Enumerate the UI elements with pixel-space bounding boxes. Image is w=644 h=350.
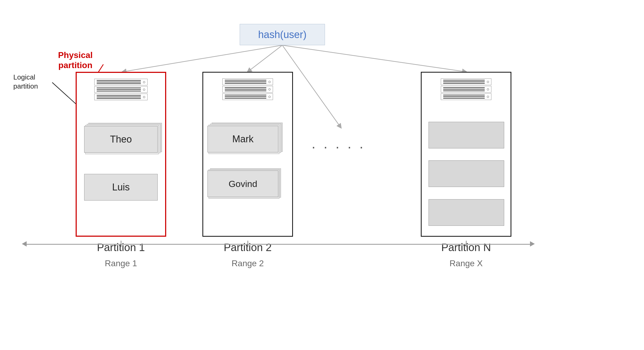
hash-node: hash(user)	[240, 24, 325, 45]
range2-label: Range 2	[202, 259, 293, 268]
server-icon-p2	[222, 78, 273, 100]
theo-label: Theo	[110, 134, 132, 145]
empty-box-3	[429, 199, 504, 226]
govind-label: Govind	[229, 179, 257, 189]
axis-tick-3	[466, 241, 467, 247]
doc-stack-theo: Theo	[84, 123, 159, 155]
svg-line-3	[282, 45, 466, 72]
server-icon-p1	[94, 79, 148, 100]
axis-line	[27, 244, 530, 245]
mark-label: Mark	[232, 134, 254, 145]
partition2-box: Mark Govind	[202, 72, 293, 237]
partition1-box: Theo Luis	[76, 72, 166, 237]
axis-arrow-left	[22, 241, 27, 247]
luis-box: Luis	[84, 174, 158, 201]
luis-label: Luis	[112, 182, 130, 193]
axis-tick-1	[121, 241, 121, 247]
svg-line-0	[123, 45, 282, 72]
empty-box-2	[429, 160, 504, 187]
doc-stack-mark: Mark	[207, 123, 287, 155]
doc-stack-govind: Govind	[207, 168, 287, 200]
physical-partition-label: Physical partition	[58, 50, 93, 70]
hash-node-label: hash(user)	[258, 29, 307, 40]
logical-partition-label: Logical partition	[13, 73, 38, 91]
axis-arrow-right	[530, 241, 535, 247]
axis-tick-2	[247, 241, 248, 247]
rangeX-label: Range X	[421, 259, 511, 268]
server-icon-pn	[441, 78, 491, 100]
partitionN-box	[421, 72, 511, 237]
diagram-container: hash(user) Physical partition Logical pa…	[0, 0, 644, 350]
empty-box-1	[429, 122, 504, 148]
ellipsis: . . . . .	[312, 136, 365, 152]
range1-label: Range 1	[76, 259, 166, 268]
svg-line-1	[248, 45, 282, 72]
